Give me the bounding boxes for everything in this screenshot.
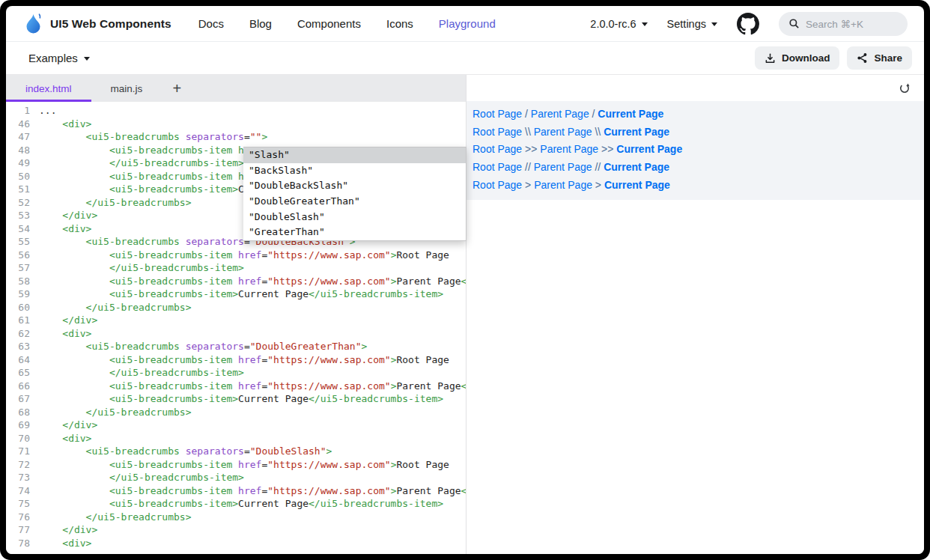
share-icon bbox=[857, 52, 868, 64]
line-number: 56 bbox=[6, 249, 39, 262]
code-token: href bbox=[238, 485, 261, 496]
breadcrumb-link[interactable]: Root Page bbox=[472, 143, 522, 155]
code-token: Current Page bbox=[238, 498, 309, 509]
search-icon bbox=[788, 18, 800, 29]
nav-item-blog[interactable]: Blog bbox=[249, 17, 272, 30]
code-line: 62 <div> bbox=[6, 327, 466, 341]
breadcrumb-link[interactable]: Parent Page bbox=[534, 179, 592, 191]
breadcrumb-link[interactable]: Parent Page bbox=[531, 108, 589, 120]
line-number: 66 bbox=[6, 380, 39, 393]
chevron-down-icon bbox=[84, 57, 90, 61]
code-text: <ui5-breadcrumbs separators="DoubleSlash… bbox=[39, 445, 332, 458]
breadcrumb-link[interactable]: Parent Page bbox=[534, 126, 592, 138]
code-token: href bbox=[238, 354, 261, 365]
code-token: </ui5-breadcrumbs-item> bbox=[39, 367, 244, 378]
add-tab-button[interactable]: + bbox=[162, 75, 192, 102]
breadcrumb-row: Root Page > Parent Page > Current Page bbox=[472, 177, 924, 195]
code-token: "DoubleGreaterThan" bbox=[250, 341, 362, 352]
download-button[interactable]: Download bbox=[755, 46, 840, 70]
code-token: </ui5-breadcrumbs-item> bbox=[461, 380, 466, 392]
search-input[interactable]: Search ⌘+K bbox=[779, 12, 908, 36]
code-token: = bbox=[244, 131, 250, 142]
breadcrumb-link[interactable]: Root Page bbox=[472, 161, 522, 173]
code-token: </ui5-breadcrumbs> bbox=[39, 511, 192, 523]
autocomplete-option[interactable]: "DoubleBackSlash" bbox=[243, 178, 466, 194]
code-line: 58 <ui5-breadcrumbs-item href="https://w… bbox=[6, 275, 466, 288]
code-text: <ui5-breadcrumbs-item hr bbox=[39, 144, 250, 157]
code-token: <ui5-breadcrumbs-item bbox=[39, 380, 238, 392]
code-text: </div> bbox=[39, 209, 97, 222]
breadcrumb-link[interactable]: Parent Page bbox=[540, 143, 598, 155]
code-text: <ui5-breadcrumbs-item href="https://www.… bbox=[39, 380, 466, 393]
tab-main-js[interactable]: main.js bbox=[91, 75, 162, 102]
brand[interactable]: UI5 Web Components bbox=[24, 13, 171, 34]
line-number: 71 bbox=[6, 445, 39, 458]
autocomplete-option[interactable]: "DoubleGreaterThan" bbox=[243, 194, 466, 210]
line-number: 70 bbox=[6, 432, 39, 445]
code-line: 70 <div> bbox=[6, 432, 466, 445]
line-number: 57 bbox=[6, 261, 39, 275]
line-number: 72 bbox=[6, 458, 39, 472]
code-token: </ui5-breadcrumbs-item> bbox=[39, 157, 244, 168]
github-icon[interactable] bbox=[737, 13, 759, 35]
code-text: <ui5-breadcrumbs-item>Current Page</ui5-… bbox=[39, 497, 443, 511]
code-token: </ui5-breadcrumbs-item> bbox=[461, 485, 466, 496]
breadcrumb-separator: > bbox=[522, 179, 534, 191]
code-token: <ui5-breadcrumbs-item bbox=[39, 354, 238, 365]
autocomplete-option[interactable]: "BackSlash" bbox=[243, 163, 466, 179]
tab-index-html[interactable]: index.html bbox=[6, 75, 91, 102]
preview-pane: Root Page / Parent Page / Current PageRo… bbox=[466, 75, 924, 554]
line-number: 55 bbox=[6, 235, 39, 249]
code-text: <ui5-breadcrumbs-item>Current Page</ui5-… bbox=[39, 287, 443, 301]
line-number: 78 bbox=[6, 537, 39, 550]
refresh-icon[interactable] bbox=[899, 82, 911, 94]
line-number: 60 bbox=[6, 301, 39, 314]
code-token: "DoubleSlash" bbox=[250, 445, 326, 457]
code-token: href bbox=[238, 380, 261, 392]
code-token: </ui5-breadcrumbs> bbox=[39, 197, 192, 208]
autocomplete-option[interactable]: "DoubleSlash" bbox=[243, 210, 466, 225]
code-text: <ui5-breadcrumbs-item href="https://www.… bbox=[39, 249, 449, 262]
nav-item-docs[interactable]: Docs bbox=[198, 17, 224, 30]
code-token: </div> bbox=[39, 524, 97, 535]
code-text: </ui5-breadcrumbs> bbox=[39, 301, 192, 314]
code-token: <div> bbox=[39, 118, 91, 130]
breadcrumb-link[interactable]: Root Page bbox=[472, 126, 522, 138]
breadcrumb-link[interactable]: Root Page bbox=[472, 108, 522, 120]
autocomplete-option[interactable]: "Slash" bbox=[243, 147, 466, 163]
breadcrumb-link[interactable]: Parent Page bbox=[534, 161, 592, 173]
code-line: 75 <ui5-breadcrumbs-item>Current Page</u… bbox=[6, 497, 466, 511]
code-token: "https://www.sap.com" bbox=[267, 354, 390, 365]
code-line: 64 <ui5-breadcrumbs-item href="https://w… bbox=[6, 353, 466, 367]
nav-item-icons[interactable]: Icons bbox=[386, 17, 413, 30]
code-text: <div> bbox=[39, 432, 91, 445]
code-token: </ui5-breadcrumbs-item> bbox=[309, 288, 443, 299]
version-dropdown[interactable]: 2.0.0-rc.6 bbox=[590, 18, 647, 30]
main-nav: DocsBlogComponentsIconsPlayground bbox=[198, 17, 496, 30]
code-text: <ui5-breadcrumbs-item href="https://www.… bbox=[39, 353, 449, 367]
breadcrumbs-preview-panel: Root Page / Parent Page / Current PageRo… bbox=[466, 101, 924, 200]
settings-dropdown[interactable]: Settings bbox=[667, 18, 717, 30]
breadcrumb-row: Root Page \\ Parent Page \\ Current Page bbox=[472, 124, 924, 141]
code-token: </ui5-breadcrumbs> bbox=[39, 302, 192, 313]
code-token: "https://www.sap.com" bbox=[267, 459, 390, 470]
code-line: 67 <ui5-breadcrumbs-item>Current Page</u… bbox=[6, 392, 466, 406]
line-number: 49 bbox=[6, 156, 39, 170]
code-token: </ui5-breadcrumbs-item> bbox=[309, 393, 443, 404]
breadcrumb-link[interactable]: Root Page bbox=[472, 179, 522, 191]
code-text: <div> bbox=[39, 118, 91, 131]
header-right: 2.0.0-rc.6 Settings Search ⌘+K bbox=[590, 12, 908, 36]
code-token: </ui5-breadcrumbs-item> bbox=[39, 262, 244, 273]
download-label: Download bbox=[782, 52, 830, 64]
line-number: 48 bbox=[6, 144, 39, 157]
code-token: <ui5-breadcrumbs bbox=[39, 236, 186, 247]
share-button[interactable]: Share bbox=[847, 46, 912, 70]
nav-item-playground[interactable]: Playground bbox=[439, 17, 496, 30]
share-label: Share bbox=[874, 52, 902, 64]
line-number: 74 bbox=[6, 484, 39, 498]
code-token: Parent Page bbox=[396, 380, 461, 392]
autocomplete-option[interactable]: "GreaterThan" bbox=[243, 225, 466, 240]
examples-dropdown[interactable]: Examples bbox=[28, 52, 90, 64]
nav-item-components[interactable]: Components bbox=[297, 17, 361, 30]
breadcrumb-current: Current Page bbox=[616, 143, 682, 155]
